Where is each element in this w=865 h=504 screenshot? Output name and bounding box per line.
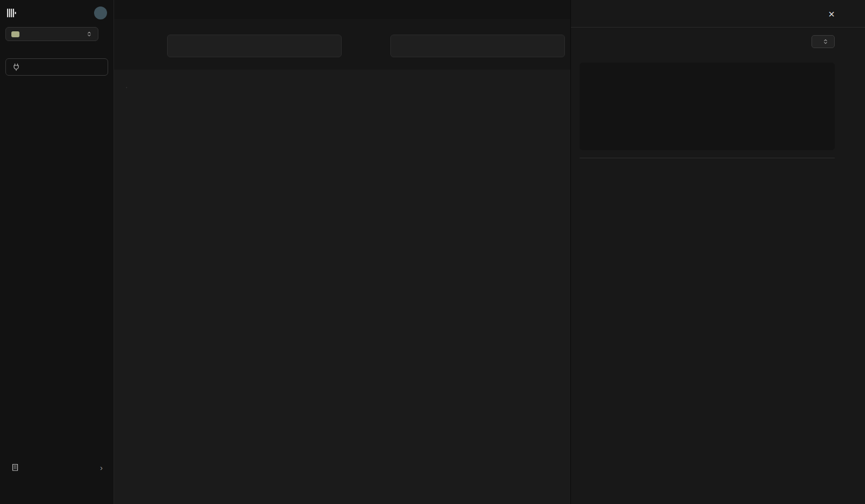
- query-volume-chart: [126, 97, 566, 219]
- x-axis-ticks: [158, 193, 566, 202]
- chart-legend: [126, 210, 566, 219]
- sidebar-spacer: [5, 76, 108, 452]
- sidebar: ›: [0, 0, 114, 504]
- y-axis-ticks: [595, 85, 611, 127]
- close-icon[interactable]: ×: [828, 9, 835, 19]
- building-icon: [11, 463, 19, 472]
- mini-query-volume-chart: [586, 70, 828, 138]
- main-body: [114, 70, 570, 504]
- app-root: ›: [0, 0, 865, 504]
- chart-body: [586, 85, 828, 138]
- y-axis-ticks: [135, 109, 158, 190]
- time-range-row: [580, 35, 835, 48]
- panel-tabs: [580, 158, 835, 158]
- history-header: [580, 160, 835, 172]
- y-axis-label-wrap: [126, 109, 135, 202]
- y-axis-label-wrap: [586, 85, 595, 138]
- clickhouse-logo-icon: [6, 8, 16, 18]
- panel-header: ×: [571, 0, 865, 28]
- plug-icon: [12, 63, 21, 71]
- chart-tabs: [126, 87, 127, 88]
- chart-title: [586, 70, 828, 81]
- service-icon: [11, 31, 19, 37]
- panel-body: [571, 28, 865, 504]
- query-information-panel: ×: [570, 0, 865, 504]
- connect-button[interactable]: [5, 58, 108, 76]
- sidebar-header: [5, 0, 108, 27]
- chart-plot-area: [158, 109, 566, 190]
- sidebar-footer: [5, 482, 108, 504]
- service-row: [5, 27, 108, 41]
- time-range-select[interactable]: [811, 35, 835, 48]
- chart-plot-area: [611, 85, 828, 127]
- chart-title: [126, 97, 566, 109]
- chevrons-updown-icon: [86, 31, 92, 37]
- stat-cards: [114, 19, 570, 70]
- organization-label: [5, 452, 108, 460]
- plot-wrap: [158, 109, 566, 202]
- plot-wrap: [611, 85, 828, 138]
- service-selector[interactable]: [5, 27, 98, 41]
- chart-body: [126, 109, 566, 202]
- organization-selector[interactable]: ›: [5, 460, 108, 475]
- chevrons-updown-icon: [822, 38, 829, 45]
- query-volume-stat-card: [167, 35, 342, 57]
- main-content: [114, 0, 570, 504]
- user-avatar[interactable]: [94, 6, 107, 19]
- breadcrumb: [114, 0, 570, 19]
- mini-chart-card: [580, 63, 835, 150]
- chevron-right-icon: ›: [100, 463, 103, 472]
- p99-latency-stat-card: [390, 35, 565, 57]
- x-axis-ticks: [611, 131, 828, 138]
